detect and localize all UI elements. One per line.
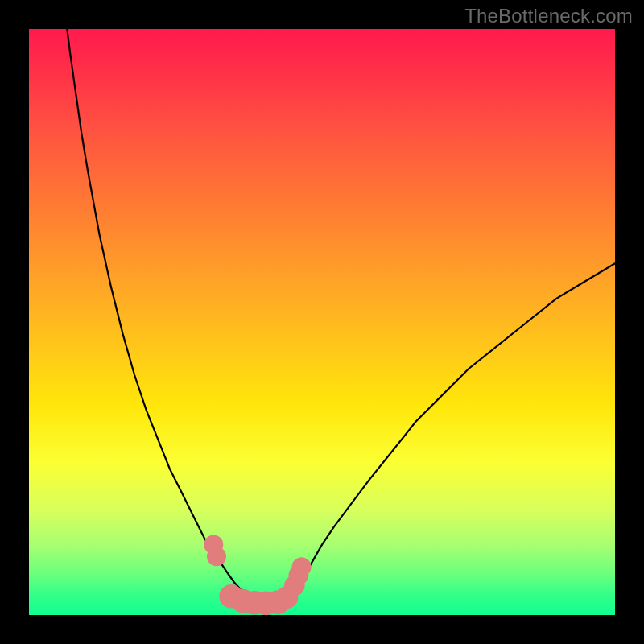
left-curve <box>67 29 275 603</box>
chart-overlay <box>29 29 615 615</box>
marker-dot <box>292 557 312 576</box>
marker-dot <box>207 547 226 566</box>
plot-area <box>29 29 615 615</box>
right-curve <box>275 263 615 603</box>
outer-frame: TheBottleneck.com <box>0 0 644 644</box>
marker-group <box>204 535 311 616</box>
watermark-text: TheBottleneck.com <box>464 5 633 27</box>
